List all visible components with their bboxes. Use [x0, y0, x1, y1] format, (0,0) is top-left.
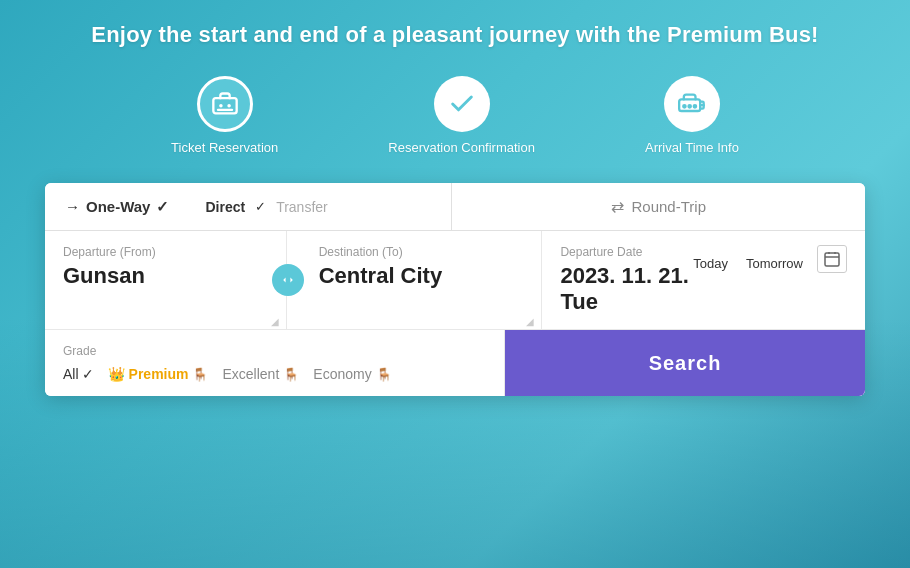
- grade-excellent-button[interactable]: Excellent 🪑: [222, 366, 299, 382]
- grade-all-check: ✓: [82, 366, 94, 382]
- departure-field[interactable]: Departure (From) Gunsan ◢: [45, 231, 287, 329]
- booking-form: → One-Way ✓ Direct ✓ Transfer ⇄ Round-Tr…: [45, 183, 865, 396]
- roundtrip-label: Round-Trip: [632, 198, 706, 215]
- today-button[interactable]: Today: [689, 254, 732, 273]
- destination-field[interactable]: Destination (To) Central City ◢: [287, 231, 543, 329]
- destination-label: Destination (To): [319, 245, 524, 259]
- svg-point-4: [683, 105, 685, 107]
- grade-premium-label: Premium: [129, 366, 189, 382]
- trip-type-row: → One-Way ✓ Direct ✓ Transfer ⇄ Round-Tr…: [45, 183, 865, 231]
- grade-all-label: All: [63, 366, 79, 382]
- destination-value: Central City: [319, 263, 524, 289]
- step-icon-reservation-confirmation: [434, 76, 490, 132]
- grade-economy-label: Economy: [313, 366, 371, 382]
- grade-label: Grade: [63, 344, 486, 358]
- svg-point-6: [694, 105, 696, 107]
- date-value: 2023. 11. 21. Tue: [560, 263, 689, 315]
- departure-value: Gunsan: [63, 263, 268, 289]
- swap-button[interactable]: [272, 264, 304, 296]
- bottom-row: Grade All ✓ 👑 Premium 🪑 Excellent 🪑: [45, 330, 865, 396]
- oneway-button[interactable]: → One-Way ✓: [65, 198, 169, 216]
- grade-all-button[interactable]: All ✓: [63, 366, 94, 382]
- departure-date-field[interactable]: Departure Date 2023. 11. 21. Tue Today T…: [542, 231, 865, 329]
- resize-handle-destination: ◢: [526, 316, 536, 326]
- economy-seat-icon: 🪑: [376, 367, 392, 382]
- excellent-seat-icon: 🪑: [283, 367, 299, 382]
- grade-economy-button[interactable]: Economy 🪑: [313, 366, 391, 382]
- search-button[interactable]: Search: [505, 330, 865, 396]
- step-label-reservation-confirmation: Reservation Confirmation: [388, 140, 535, 155]
- svg-rect-0: [213, 98, 236, 113]
- grade-premium-button[interactable]: 👑 Premium 🪑: [108, 366, 209, 382]
- step-icon-ticket-reservation: [197, 76, 253, 132]
- departure-label: Departure (From): [63, 245, 268, 259]
- step-label-arrival-time: Arrival Time Info: [645, 140, 739, 155]
- direct-button[interactable]: Direct: [205, 199, 245, 215]
- transfer-button[interactable]: Transfer: [276, 199, 328, 215]
- calendar-button[interactable]: [817, 245, 847, 273]
- roundtrip-button[interactable]: ⇄ Round-Trip: [452, 183, 866, 230]
- grade-section: Grade All ✓ 👑 Premium 🪑 Excellent 🪑: [45, 330, 505, 396]
- direct-check: ✓: [255, 199, 266, 214]
- step-icon-arrival-time: [664, 76, 720, 132]
- steps-container: Ticket Reservation Reservation Confirmat…: [171, 76, 739, 155]
- arrow-right-icon: →: [65, 198, 80, 215]
- date-label: Departure Date: [560, 245, 689, 259]
- resize-handle-departure: ◢: [271, 316, 281, 326]
- svg-point-2: [227, 104, 231, 108]
- grade-excellent-label: Excellent: [222, 366, 279, 382]
- step-arrival-time[interactable]: Arrival Time Info: [645, 76, 739, 155]
- fields-row: Departure (From) Gunsan ◢ Destination (T…: [45, 231, 865, 330]
- grade-options: All ✓ 👑 Premium 🪑 Excellent 🪑 Economy: [63, 366, 486, 382]
- premium-seat-icon: 🪑: [192, 367, 208, 382]
- step-reservation-confirmation[interactable]: Reservation Confirmation: [388, 76, 535, 155]
- svg-rect-8: [825, 253, 839, 266]
- step-label-ticket-reservation: Ticket Reservation: [171, 140, 278, 155]
- direct-transfer-section: Direct ✓ Transfer: [185, 199, 347, 215]
- tomorrow-button[interactable]: Tomorrow: [742, 254, 807, 273]
- roundtrip-icon: ⇄: [611, 197, 624, 216]
- step-ticket-reservation[interactable]: Ticket Reservation: [171, 76, 278, 155]
- svg-point-5: [688, 105, 690, 107]
- oneway-label: One-Way: [86, 198, 150, 215]
- page-tagline: Enjoy the start and end of a pleasant jo…: [91, 22, 818, 48]
- oneway-section: → One-Way ✓ Direct ✓ Transfer: [45, 183, 452, 230]
- svg-point-1: [219, 104, 223, 108]
- crown-icon: 👑: [108, 366, 125, 382]
- oneway-check: ✓: [156, 198, 169, 216]
